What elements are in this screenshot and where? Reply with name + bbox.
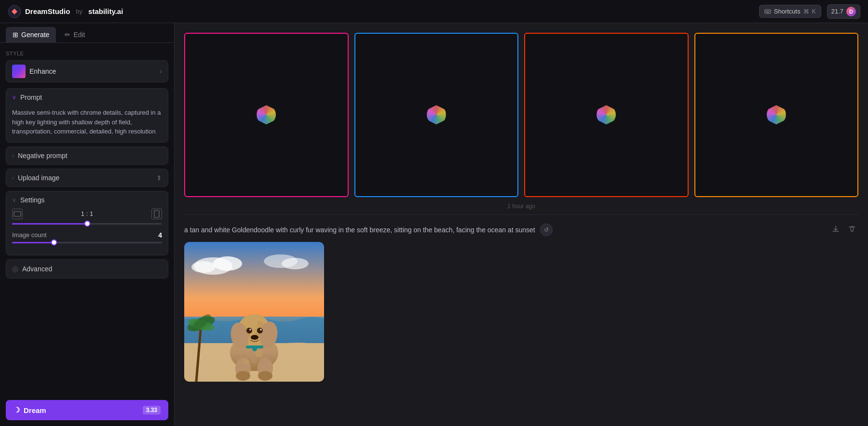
download-button[interactable] xyxy=(829,223,842,237)
circle-edit-icon: ↺ xyxy=(544,226,549,233)
negative-prompt-section[interactable]: › Negative prompt xyxy=(6,146,168,165)
dream-button[interactable]: ☽ Dream 3.33 xyxy=(6,400,168,420)
image-count-value: 4 xyxy=(158,231,162,239)
image-count-label: Image count xyxy=(12,231,47,239)
aspect-ratio-slider-fill xyxy=(12,223,87,225)
credits-badge: 21.7 D xyxy=(827,4,860,19)
prompt-section: ∨ Prompt Massive semi-truck with chrome … xyxy=(6,88,168,143)
dreamstudio-logo xyxy=(8,5,21,18)
aspect-ratio-row: 1 : 1 xyxy=(12,209,162,219)
advanced-section[interactable]: ◎ Advanced xyxy=(6,259,168,279)
main-content: 1 hour ago a tan and white Goldendoodle … xyxy=(175,23,868,426)
svg-point-40 xyxy=(258,371,272,381)
svg-point-12 xyxy=(191,261,216,273)
generating-spinner-2 xyxy=(427,105,446,124)
generating-card-3 xyxy=(524,33,689,197)
upload-image-label: Upload image xyxy=(18,174,59,182)
keyboard-shortcut: ⌘ xyxy=(803,8,809,15)
generating-grid xyxy=(184,33,858,197)
upload-image-section[interactable]: › Upload image ⬆ xyxy=(6,169,168,187)
brand-name: DreamStudio xyxy=(25,7,70,15)
dream-cost: 3.33 xyxy=(143,406,161,414)
timestamp: 1 hour ago xyxy=(184,203,858,215)
pencil-icon: ✏ xyxy=(65,31,70,39)
upload-icon: ⬆ xyxy=(156,174,162,182)
svg-point-39 xyxy=(236,371,250,381)
tab-generate-label: Generate xyxy=(21,31,49,39)
generating-card-1 xyxy=(184,33,349,197)
svg-rect-6 xyxy=(14,212,21,216)
svg-point-11 xyxy=(213,256,242,271)
aspect-ratio-slider-track xyxy=(12,223,162,225)
svg-rect-7 xyxy=(154,211,159,217)
image-count-slider-fill xyxy=(12,242,54,243)
aspect-ratio-slider-thumb[interactable] xyxy=(84,221,90,227)
settings-section: ∨ Settings 1 : 1 xyxy=(6,191,168,255)
keyboard-icon xyxy=(764,8,771,15)
svg-rect-2 xyxy=(766,11,767,12)
svg-point-36 xyxy=(252,346,257,351)
generating-spinner-4 xyxy=(767,105,786,124)
style-selector[interactable]: Enhance › xyxy=(6,60,168,82)
generating-spinner-1 xyxy=(257,105,276,124)
advanced-label: Advanced xyxy=(22,265,52,273)
svg-rect-4 xyxy=(769,11,770,12)
eye-icon: ◎ xyxy=(12,265,18,273)
image-count-row: Image count 4 xyxy=(12,231,162,239)
svg-point-30 xyxy=(246,328,252,333)
negative-prompt-label: Negative prompt xyxy=(18,152,68,160)
negative-chevron-icon: › xyxy=(12,152,14,159)
svg-point-31 xyxy=(257,328,263,333)
style-thumbnail xyxy=(12,65,26,78)
topbar-right: Shortcuts ⌘ K 21.7 D xyxy=(759,4,860,19)
result-actions xyxy=(829,223,858,237)
prompt-header[interactable]: ∨ Prompt xyxy=(6,89,168,106)
tab-edit[interactable]: ✏ Edit xyxy=(58,27,92,42)
svg-rect-3 xyxy=(767,11,768,12)
result-prompt-text: a tan and white Goldendoodle with curly … xyxy=(184,226,535,234)
aspect-ratio-value: 1 : 1 xyxy=(81,210,93,217)
svg-point-25 xyxy=(245,318,258,330)
prompt-header-label: Prompt xyxy=(20,93,42,101)
upload-chevron-icon: › xyxy=(12,174,14,181)
style-value: Enhance xyxy=(29,67,56,75)
trash-icon xyxy=(848,225,856,233)
moon-icon: ☽ xyxy=(14,406,20,414)
delete-button[interactable] xyxy=(846,223,858,237)
sidebar-content: Style Enhance › ∨ Prompt Massive semi-tr… xyxy=(0,43,174,426)
portrait-icon[interactable] xyxy=(151,209,162,219)
edit-prompt-button[interactable]: ↺ xyxy=(540,224,553,236)
svg-point-45 xyxy=(259,359,265,364)
result-prompt-row: a tan and white Goldendoodle with curly … xyxy=(184,223,858,237)
topbar: DreamStudio by stability.ai Shortcuts ⌘ … xyxy=(0,0,868,23)
credits-value: 21.7 xyxy=(831,8,843,15)
stability-ai-text: stability.ai xyxy=(88,7,123,15)
tab-bar: ⊞ Generate ✏ Edit xyxy=(0,23,174,43)
tab-generate[interactable]: ⊞ Generate xyxy=(6,27,56,42)
chevron-right-icon: › xyxy=(160,67,162,76)
tab-edit-label: Edit xyxy=(73,31,85,39)
shortcuts-button[interactable]: Shortcuts ⌘ K xyxy=(759,5,821,18)
brand-area: DreamStudio by stability.ai xyxy=(8,5,123,18)
download-icon xyxy=(831,225,840,233)
by-text: by xyxy=(76,8,82,15)
prompt-text[interactable]: Massive semi-truck with chrome details, … xyxy=(6,106,168,142)
svg-point-34 xyxy=(251,335,258,340)
svg-point-44 xyxy=(243,359,249,364)
landscape-icon[interactable] xyxy=(12,209,23,219)
image-count-slider-thumb[interactable] xyxy=(51,240,57,246)
settings-chevron-icon: ∨ xyxy=(12,197,16,203)
image-count-slider-track xyxy=(12,242,162,243)
prompt-chevron-icon: ∨ xyxy=(12,94,16,101)
svg-point-14 xyxy=(282,258,309,269)
generating-card-4 xyxy=(694,33,859,197)
generating-card-2 xyxy=(354,33,519,197)
generated-image-container xyxy=(184,242,324,382)
svg-point-32 xyxy=(249,329,251,331)
style-label: Style xyxy=(6,49,168,59)
user-avatar: D xyxy=(846,7,856,16)
svg-point-42 xyxy=(255,350,263,358)
grid-icon: ⊞ xyxy=(13,31,18,39)
svg-rect-5 xyxy=(766,12,769,13)
settings-header[interactable]: ∨ Settings xyxy=(12,196,162,204)
